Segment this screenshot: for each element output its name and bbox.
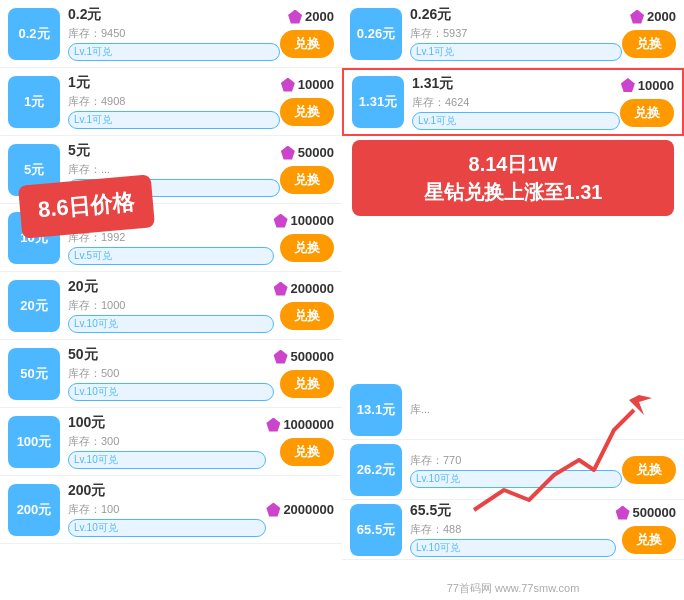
item-stock-0: 库存：9450: [68, 26, 280, 41]
right-price-badge-1: 1.31元: [352, 76, 404, 128]
price-badge-0: 0.2元: [8, 8, 60, 60]
right-diamond-icon-1: [621, 78, 635, 92]
item-stock-7: 库存：100: [68, 502, 266, 517]
item-row-1: 1元 1元 库存：4908 Lv.1可兑 10000 兑换: [0, 68, 342, 136]
right-item-right-1: 10000 兑换: [620, 78, 674, 127]
arrow-chart: [464, 390, 664, 520]
item-level-5: Lv.10可兑: [68, 383, 274, 401]
right-item-level-1: Lv.1可兑: [412, 112, 620, 130]
diamond-cost-3: 100000: [274, 213, 334, 228]
item-stock-2: 库存：...: [68, 162, 280, 177]
diamond-icon-6: [266, 418, 280, 432]
chart-area: 13.1元 库... 26.2元 库存：770 Lv.10可兑 兑换 65.5元…: [342, 380, 684, 600]
item-row-5: 50元 50元 库存：500 Lv.10可兑 500000 兑换: [0, 340, 342, 408]
right-bottom-badge-1: 26.2元: [350, 444, 402, 496]
right-exchange-btn-1[interactable]: 兑换: [620, 99, 674, 127]
item-price-text-5: 50元: [68, 346, 274, 364]
item-stock-3: 库存：1992: [68, 230, 274, 245]
item-row-7: 200元 200元 库存：100 Lv.10可兑 2000000: [0, 476, 342, 544]
item-level-0: Lv.1可兑: [68, 43, 280, 61]
right-overlay-banner: 8.14日1W 星钻兑换上涨至1.31: [352, 140, 674, 216]
item-price-text-7: 200元: [68, 482, 266, 500]
exchange-btn-2[interactable]: 兑换: [280, 166, 334, 194]
price-badge-5: 50元: [8, 348, 60, 400]
diamond-icon-2: [281, 146, 295, 160]
item-level-4: Lv.10可兑: [68, 315, 274, 333]
diamond-cost-2: 50000: [281, 145, 334, 160]
diamond-icon-7: [266, 503, 280, 517]
item-right-4: 200000 兑换: [274, 281, 334, 330]
exchange-btn-1[interactable]: 兑换: [280, 98, 334, 126]
item-row-4: 20元 20元 库存：1000 Lv.10可兑 200000 兑换: [0, 272, 342, 340]
item-stock-1: 库存：4908: [68, 94, 280, 109]
item-right-3: 100000 兑换: [274, 213, 334, 262]
right-bottom-stock-2: 库存：488: [410, 522, 616, 537]
exchange-btn-5[interactable]: 兑换: [280, 370, 334, 398]
diamond-cost-0: 2000: [288, 9, 334, 24]
diamond-cost-4: 200000: [274, 281, 334, 296]
right-diamond-icon-0: [630, 10, 644, 24]
right-diamond-cost-1: 10000: [621, 78, 674, 93]
item-price-text-0: 0.2元: [68, 6, 280, 24]
exchange-btn-3[interactable]: 兑换: [280, 234, 334, 262]
price-badge-7: 200元: [8, 484, 60, 536]
diamond-icon-3: [274, 214, 288, 228]
item-info-5: 50元 库存：500 Lv.10可兑: [68, 346, 274, 401]
item-right-5: 500000 兑换: [274, 349, 334, 398]
right-item-level-0: Lv.1可兑: [410, 43, 622, 61]
right-overlay-line1: 8.14日1W: [366, 150, 660, 178]
item-right-2: 50000 兑换: [280, 145, 334, 194]
exchange-btn-0[interactable]: 兑换: [280, 30, 334, 58]
item-right-0: 2000 兑换: [280, 9, 334, 58]
right-item-price-text-0: 0.26元: [410, 6, 622, 24]
item-price-text-6: 100元: [68, 414, 266, 432]
item-right-1: 10000 兑换: [280, 77, 334, 126]
price-badge-6: 100元: [8, 416, 60, 468]
diamond-cost-1: 10000: [281, 77, 334, 92]
right-bottom-btn-2[interactable]: 兑换: [622, 526, 676, 554]
item-row-0: 0.2元 0.2元 库存：9450 Lv.1可兑 2000 兑换: [0, 0, 342, 68]
item-level-1: Lv.1可兑: [68, 111, 280, 129]
item-level-3: Lv.5可兑: [68, 247, 274, 265]
right-bottom-badge-0: 13.1元: [350, 384, 402, 436]
right-item-price-text-1: 1.31元: [412, 75, 620, 93]
item-price-text-4: 20元: [68, 278, 274, 296]
diamond-cost-5: 500000: [274, 349, 334, 364]
item-info-0: 0.2元 库存：9450 Lv.1可兑: [68, 6, 280, 61]
right-exchange-btn-0[interactable]: 兑换: [622, 30, 676, 58]
right-overlay-line2: 星钻兑换上涨至1.31: [366, 178, 660, 206]
item-stock-6: 库存：300: [68, 434, 266, 449]
item-right-7: 2000000: [266, 502, 334, 517]
item-level-7: Lv.10可兑: [68, 519, 266, 537]
diamond-cost-6: 1000000: [266, 417, 334, 432]
item-info-4: 20元 库存：1000 Lv.10可兑: [68, 278, 274, 333]
right-panel: 0.26元 0.26元 库存：5937 Lv.1可兑 2000 兑换 1.31元…: [342, 0, 684, 600]
item-info-7: 200元 库存：100 Lv.10可兑: [68, 482, 266, 537]
right-item-info-0: 0.26元 库存：5937 Lv.1可兑: [410, 6, 622, 61]
price-badge-1: 1元: [8, 76, 60, 128]
item-row-6: 100元 100元 库存：300 Lv.10可兑 1000000 兑换: [0, 408, 342, 476]
right-item-info-1: 1.31元 库存：4624 Lv.1可兑: [412, 75, 620, 130]
item-info-6: 100元 库存：300 Lv.10可兑: [68, 414, 266, 469]
diamond-icon-5: [274, 350, 288, 364]
item-right-6: 1000000 兑换: [266, 417, 334, 466]
item-level-6: Lv.10可兑: [68, 451, 266, 469]
diamond-icon-0: [288, 10, 302, 24]
price-badge-4: 20元: [8, 280, 60, 332]
right-item-right-0: 2000 兑换: [622, 9, 676, 58]
diamond-cost-7: 2000000: [266, 502, 334, 517]
exchange-btn-6[interactable]: 兑换: [280, 438, 334, 466]
exchange-btn-4[interactable]: 兑换: [280, 302, 334, 330]
left-panel: 0.2元 0.2元 库存：9450 Lv.1可兑 2000 兑换 1元 1元 库…: [0, 0, 342, 600]
watermark: 77首码网 www.77smw.com: [342, 581, 684, 596]
right-item-row-1: 1.31元 1.31元 库存：4624 Lv.1可兑 10000 兑换: [342, 68, 684, 136]
item-price-text-1: 1元: [68, 74, 280, 92]
diamond-icon-1: [281, 78, 295, 92]
item-price-text-2: 5元: [68, 142, 280, 160]
right-price-badge-0: 0.26元: [350, 8, 402, 60]
diamond-icon-4: [274, 282, 288, 296]
item-stock-5: 库存：500: [68, 366, 274, 381]
right-diamond-cost-0: 2000: [630, 9, 676, 24]
right-item-stock-1: 库存：4624: [412, 95, 620, 110]
right-bottom-level-2: Lv.10可兑: [410, 539, 616, 557]
